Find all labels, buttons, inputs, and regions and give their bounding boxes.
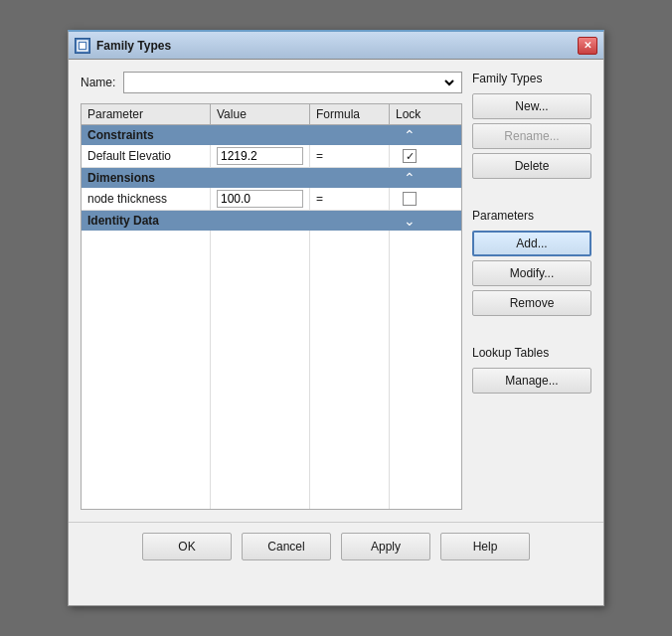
- empty-col-1: [82, 231, 211, 509]
- close-button[interactable]: ✕: [578, 37, 597, 55]
- header-formula: Formula: [310, 104, 390, 124]
- name-row: Name:: [81, 72, 462, 93]
- remove-button[interactable]: Remove: [472, 290, 591, 316]
- table-header: Parameter Value Formula Lock: [82, 104, 461, 125]
- cancel-button[interactable]: Cancel: [242, 533, 331, 560]
- header-value: Value: [211, 104, 310, 124]
- svg-rect-1: [80, 43, 85, 49]
- family-types-dialog: Family Types ✕ Name: Parameter Value: [68, 30, 604, 606]
- lock-checkbox-elevation[interactable]: ✓: [403, 149, 417, 163]
- title-bar-left: Family Types: [75, 38, 171, 54]
- title-bar: Family Types ✕: [69, 32, 603, 60]
- section-identity-label: Identity Data: [82, 211, 390, 231]
- dialog-icon: [75, 38, 90, 54]
- right-panel: Family Types New... Rename... Delete Par…: [472, 72, 591, 510]
- manage-button[interactable]: Manage...: [472, 368, 591, 394]
- parameters-title: Parameters: [472, 209, 591, 223]
- formula-default-elevation: =: [310, 145, 390, 167]
- constraints-collapse-icon[interactable]: ⌃: [390, 127, 429, 143]
- add-button[interactable]: Add...: [472, 231, 591, 256]
- section-dimensions[interactable]: Dimensions ⌃: [82, 168, 461, 188]
- modify-button[interactable]: Modify...: [472, 260, 591, 286]
- footer-buttons: OK Cancel Apply Help: [69, 522, 603, 570]
- apply-button[interactable]: Apply: [341, 533, 430, 560]
- delete-button[interactable]: Delete: [472, 153, 591, 179]
- family-types-title: Family Types: [472, 72, 591, 85]
- value-node-thickness[interactable]: [211, 188, 310, 210]
- header-lock: Lock: [390, 104, 429, 124]
- value-input-thickness[interactable]: [217, 190, 303, 208]
- empty-col-2: [211, 231, 310, 509]
- empty-col-3: [310, 231, 390, 509]
- name-dropdown-wrapper[interactable]: [123, 72, 462, 93]
- section-constraints-label: Constraints: [82, 125, 390, 145]
- dialog-body: Name: Parameter Value Formula Lock: [69, 60, 603, 522]
- formula-node-thickness: =: [310, 188, 390, 210]
- param-node-thickness: node thickness: [82, 188, 211, 210]
- parameters-group: Parameters Add... Modify... Remove: [472, 209, 591, 316]
- dimensions-collapse-icon[interactable]: ⌃: [390, 170, 429, 186]
- lock-checkbox-thickness[interactable]: [403, 192, 417, 206]
- table-row: Default Elevatio = ✓: [82, 145, 461, 168]
- section-constraints[interactable]: Constraints ⌃: [82, 125, 461, 145]
- section-dimensions-label: Dimensions: [82, 168, 390, 188]
- table-row: node thickness =: [82, 188, 461, 211]
- header-parameter: Parameter: [82, 104, 211, 124]
- rename-button[interactable]: Rename...: [472, 123, 591, 149]
- section-identity-data[interactable]: Identity Data ⌄: [82, 211, 461, 231]
- help-button[interactable]: Help: [440, 533, 530, 560]
- identity-collapse-icon[interactable]: ⌄: [390, 213, 429, 229]
- value-input-elevation[interactable]: [217, 147, 303, 165]
- name-label: Name:: [81, 76, 115, 89]
- param-default-elevation: Default Elevatio: [82, 145, 211, 167]
- lock-node-thickness[interactable]: [390, 188, 429, 210]
- lookup-tables-group: Lookup Tables Manage...: [472, 346, 591, 394]
- lock-default-elevation[interactable]: ✓: [390, 145, 429, 167]
- new-button[interactable]: New...: [472, 93, 591, 119]
- empty-rows-area: [82, 231, 461, 509]
- empty-col-4: [390, 231, 429, 509]
- lookup-tables-title: Lookup Tables: [472, 346, 591, 360]
- dialog-title: Family Types: [96, 39, 171, 53]
- parameters-table: Parameter Value Formula Lock Constraints…: [81, 103, 462, 510]
- family-types-group: Family Types New... Rename... Delete: [472, 72, 591, 179]
- value-default-elevation[interactable]: [211, 145, 310, 167]
- ok-button[interactable]: OK: [142, 533, 232, 560]
- left-panel: Name: Parameter Value Formula Lock: [81, 72, 462, 510]
- name-select[interactable]: [128, 73, 457, 92]
